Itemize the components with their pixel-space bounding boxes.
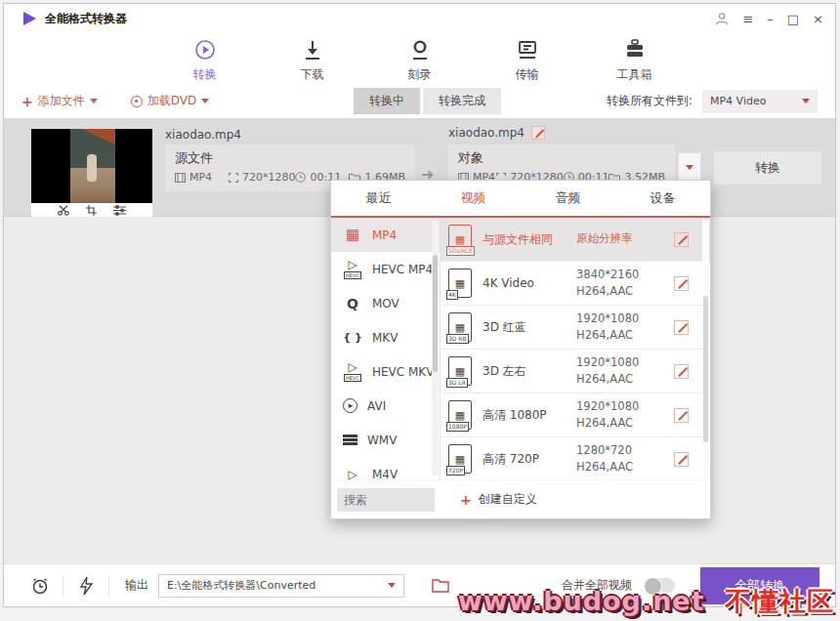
menu-icon[interactable]: ≡ xyxy=(742,13,753,25)
preset-item[interactable]: 1080P 高清 1080P 1920*1080H264,AAC xyxy=(441,393,710,437)
preset-doc-icon: 3D LR xyxy=(448,356,472,386)
tab-recent[interactable]: 最近 xyxy=(331,181,426,216)
create-custom-button[interactable]: + 创建自定义 xyxy=(460,491,537,508)
preset-edit-icon[interactable] xyxy=(674,232,689,247)
target-title: 对象 xyxy=(458,149,665,167)
search-input[interactable] xyxy=(337,488,435,512)
schedule-icon[interactable] xyxy=(18,576,63,596)
format-item[interactable]: HEVC MP4 xyxy=(331,252,440,286)
account-icon[interactable] xyxy=(715,12,729,25)
nav-tab-convert[interactable]: 转换 xyxy=(174,37,236,83)
preset-edit-icon[interactable] xyxy=(674,408,689,423)
record-icon xyxy=(409,37,431,62)
format-item[interactable]: MP4 xyxy=(331,218,440,252)
preset-doc-icon: 4K xyxy=(448,269,472,298)
preset-item[interactable]: 3D LR 3D 左右 1920*1080H264,AAC xyxy=(441,350,710,393)
nav-tab-transfer[interactable]: 传输 xyxy=(496,37,559,83)
add-file-button[interactable]: + 添加文件 xyxy=(21,93,98,109)
target-filename: xiaodao.mp4 xyxy=(448,126,525,140)
preset-tabs: 最近 视频 音频 设备 xyxy=(331,181,710,218)
output-format-select[interactable]: MP4 Video xyxy=(702,90,818,113)
plus-icon: + xyxy=(21,94,33,109)
resolution-icon xyxy=(229,173,238,183)
convert-all-to-label: 转换所有文件到: xyxy=(607,93,693,109)
preset-edit-icon[interactable] xyxy=(674,452,689,467)
preset-footer: + 创建自定义 xyxy=(331,479,710,518)
format-type-icon xyxy=(343,332,362,343)
rename-edit-icon[interactable] xyxy=(531,126,545,140)
format-type-icon xyxy=(343,469,362,480)
source-filename: xiaodao.mp4 xyxy=(165,128,241,142)
preset-doc-icon: 1080P xyxy=(448,400,472,430)
maximize-button[interactable]: □ xyxy=(787,13,799,25)
format-type-icon xyxy=(343,259,362,280)
load-dvd-button[interactable]: 加载DVD xyxy=(131,93,209,109)
crop-button[interactable] xyxy=(86,205,97,216)
path-caret-icon xyxy=(388,583,396,588)
preset-item[interactable]: SOURCE 与源文件相同 原始分辨率 xyxy=(441,218,710,262)
clock-icon xyxy=(295,172,306,183)
download-icon xyxy=(302,37,323,62)
high-speed-icon[interactable] xyxy=(63,576,108,596)
watermark-community: 不懂社区 xyxy=(725,586,834,616)
source-title: 源文件 xyxy=(175,149,405,167)
preset-edit-icon[interactable] xyxy=(674,364,689,379)
trim-button[interactable] xyxy=(58,205,69,216)
preset-list-scrollbar[interactable] xyxy=(702,220,709,476)
preset-item[interactable]: 720P 高清 720P 1280*720H264,AAC xyxy=(441,437,710,479)
preset-item[interactable]: 4K 4K Video 3840*2160H264,AAC xyxy=(441,262,710,306)
preset-doc-icon: SOURCE xyxy=(448,225,472,254)
tab-converting[interactable]: 转换中 xyxy=(354,88,420,114)
format-type-icon xyxy=(343,398,357,413)
effects-button[interactable] xyxy=(113,205,126,216)
tab-video[interactable]: 视频 xyxy=(426,181,521,216)
format-type-icon xyxy=(343,435,357,445)
preset-item[interactable]: 3D RB 3D 红蓝 1920*1080H264,AAC xyxy=(441,306,710,350)
preset-edit-icon[interactable] xyxy=(674,276,689,291)
add-file-caret-icon[interactable] xyxy=(90,99,98,104)
tab-device[interactable]: 设备 xyxy=(615,181,710,216)
format-item[interactable]: M4V xyxy=(331,457,440,479)
plus-icon: + xyxy=(460,492,472,508)
preset-edit-icon[interactable] xyxy=(674,320,689,335)
format-item[interactable]: WMV xyxy=(331,423,440,457)
preset-doc-icon: 720P xyxy=(448,444,472,474)
app-window: 全能格式转换器 ≡ – □ × 转换 下载 xyxy=(3,3,836,607)
minimize-button[interactable]: – xyxy=(767,13,774,25)
app-logo-icon xyxy=(21,11,37,26)
format-type-icon xyxy=(343,297,362,310)
toolbar: + 添加文件 加载DVD 转换中 转换完成 转换所有文件到: MP4 Video xyxy=(4,84,835,118)
output-path-select[interactable]: E:\全能格式转换器\Converted xyxy=(158,574,404,598)
source-format: MP4 xyxy=(175,171,229,184)
format-item[interactable]: MOV xyxy=(331,286,440,320)
target-format-caret-button[interactable] xyxy=(678,152,701,183)
toolbox-icon xyxy=(623,37,647,62)
dvd-icon xyxy=(131,96,143,107)
format-item[interactable]: MKV xyxy=(331,320,440,354)
open-folder-button[interactable] xyxy=(418,579,463,593)
load-dvd-caret-icon[interactable] xyxy=(201,99,209,104)
nav-tab-record[interactable]: 刻录 xyxy=(389,37,451,83)
video-thumbnail xyxy=(31,129,152,218)
format-list-scrollbar[interactable] xyxy=(432,220,439,476)
thumbnail-image xyxy=(31,129,152,203)
watermark: www.budog.net 不懂社区 xyxy=(458,584,834,619)
convert-file-button[interactable]: 转换 xyxy=(713,150,822,186)
tab-audio[interactable]: 音频 xyxy=(521,181,615,216)
titlebar: 全能格式转换器 ≡ – □ × xyxy=(4,4,835,33)
format-item[interactable]: AVI xyxy=(331,389,440,423)
tab-finished[interactable]: 转换完成 xyxy=(423,88,501,114)
preset-dropdown-panel: 最近 视频 音频 设备 MP4 HEVC MP4 xyxy=(330,180,711,519)
source-resolution: 720*1280 xyxy=(229,171,296,184)
watermark-site: www.budog.net xyxy=(458,586,705,616)
divider xyxy=(108,575,109,597)
format-type-icon xyxy=(343,228,362,242)
format-item[interactable]: HEVC MKV xyxy=(331,354,440,389)
close-button[interactable]: × xyxy=(813,13,823,25)
format-select-caret-icon xyxy=(802,99,810,104)
preset-doc-icon: 3D RB xyxy=(448,312,472,342)
nav-tab-toolbox[interactable]: 工具箱 xyxy=(604,37,666,83)
transfer-icon xyxy=(516,37,539,62)
nav-tab-download[interactable]: 下载 xyxy=(281,37,344,83)
output-label: 输出 xyxy=(125,577,148,594)
